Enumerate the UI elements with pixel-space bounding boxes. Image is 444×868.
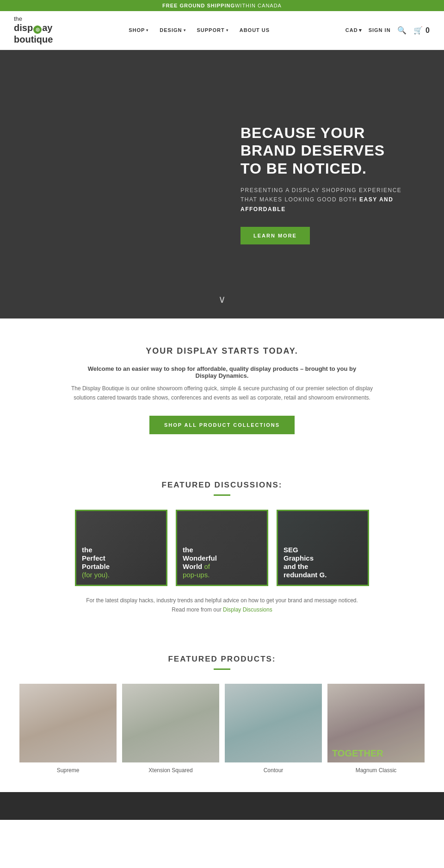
product-name-2: Xtension Squared xyxy=(122,767,219,774)
shop-all-button[interactable]: SHOP ALL PRODUCT COLLECTIONS xyxy=(149,416,295,434)
top-banner: FREE GROUND SHIPPINGWITHIN CANADA xyxy=(0,0,444,11)
display-intro-text: The Display Boutique is our online showr… xyxy=(65,384,379,403)
nav-about-label: ABOUT US xyxy=(240,27,270,33)
discussions-link-area: Read more from our Display Discussions xyxy=(18,606,426,613)
banner-text-normal: WITHIN CANADA xyxy=(235,3,282,8)
display-heading: YOUR DISPLAY STARTS TODAY. xyxy=(18,346,426,356)
card-3-bold-g: G. xyxy=(320,571,327,579)
product-img-4: TOGETHER xyxy=(327,684,425,762)
nav-shop[interactable]: SHOP ▾ xyxy=(129,27,148,33)
banner-text-bold: FREE GROUND SHIPPING xyxy=(162,3,235,8)
discussions-section: FEATURED DISCUSSIONS: the PerfectPortabl… xyxy=(0,457,444,631)
currency-selector[interactable]: CAD ▾ xyxy=(345,27,362,33)
nav-design-arrow: ▾ xyxy=(184,28,186,32)
discussions-link[interactable]: Display Discussions xyxy=(223,606,272,613)
nav-design[interactable]: DESIGN ▾ xyxy=(160,27,185,33)
product-img-2 xyxy=(122,684,219,762)
discussions-grid: the PerfectPortable (for you). the Wonde… xyxy=(18,510,426,586)
card-1-accent: (for you). xyxy=(82,571,110,579)
main-nav: SHOP ▾ DESIGN ▾ SUPPORT ▾ ABOUT US xyxy=(129,27,270,33)
hero-content: BECAUSE YOUR BRAND DESERVES TO BE NOTICE… xyxy=(240,124,407,244)
search-button[interactable]: 🔍 xyxy=(397,26,407,35)
product-name-1: Supreme xyxy=(19,767,117,774)
products-heading: FEATURED PRODUCTS: xyxy=(14,655,430,664)
product-card-3[interactable]: Contour xyxy=(225,684,322,774)
nav-support[interactable]: SUPPORT ▾ xyxy=(197,27,228,33)
discussion-card-1[interactable]: the PerfectPortable (for you). xyxy=(75,510,167,586)
card-3-line3: redundant G. xyxy=(284,571,327,579)
card-1-text: the PerfectPortable (for you). xyxy=(82,546,110,579)
logo-display: disp◎ay xyxy=(14,23,52,33)
currency-arrow: ▾ xyxy=(359,27,362,33)
card-2-accent: pop-ups. xyxy=(183,571,210,579)
discussions-divider xyxy=(214,494,230,496)
logo-boutique: boutique xyxy=(14,34,53,44)
discussion-card-3[interactable]: SEGGraphics and the redundant G. xyxy=(277,510,369,586)
products-divider xyxy=(214,668,230,670)
product-img-1 xyxy=(19,684,117,762)
product-card-4[interactable]: TOGETHER Magnum Classic xyxy=(327,684,425,774)
logo-the: the xyxy=(14,16,53,22)
logo[interactable]: the disp◎ay boutique xyxy=(14,16,53,45)
footer xyxy=(0,792,444,820)
nav-support-label: SUPPORT xyxy=(197,27,225,33)
logo-icon: ◎ xyxy=(33,25,42,34)
sign-in-button[interactable]: SIGN IN xyxy=(369,27,391,33)
card-2-accent-of: of xyxy=(204,562,210,570)
nav-shop-label: SHOP xyxy=(129,27,145,33)
card-3-text: SEGGraphics and the redundant G. xyxy=(284,546,327,579)
header-right: CAD ▾ SIGN IN 🔍 🛒 0 xyxy=(345,26,430,35)
product-card-2[interactable]: Xtension Squared xyxy=(122,684,219,774)
hero-subtitle: PRESENTING A DISPLAY SHOPPING EXPERIENCE… xyxy=(240,186,407,214)
discussions-link-prefix: Read more from our xyxy=(172,606,223,613)
products-section: FEATURED PRODUCTS: Supreme Xtension Squa… xyxy=(0,631,444,792)
product-name-4: Magnum Classic xyxy=(327,767,425,774)
cart-count: 0 xyxy=(426,26,430,34)
card-1-line1: the xyxy=(82,546,92,554)
nav-design-label: DESIGN xyxy=(160,27,182,33)
nav-shop-arrow: ▾ xyxy=(146,28,148,32)
logo-text: the disp◎ay boutique xyxy=(14,16,53,45)
hero-cta-button[interactable]: LEARN MORE xyxy=(240,227,310,244)
discussions-note: For the latest display hacks, industry t… xyxy=(18,597,426,604)
hero-section: BECAUSE YOUR BRAND DESERVES TO BE NOTICE… xyxy=(0,50,444,318)
hero-title: BECAUSE YOUR BRAND DESERVES TO BE NOTICE… xyxy=(240,124,407,177)
card-1-line2: PerfectPortable xyxy=(82,554,110,570)
discussions-heading: FEATURED DISCUSSIONS: xyxy=(18,481,426,490)
currency-label: CAD xyxy=(345,27,358,33)
cart-button[interactable]: 🛒 0 xyxy=(413,26,430,35)
card-2-line1: the xyxy=(183,546,193,554)
display-section: YOUR DISPLAY STARTS TODAY. Welcome to an… xyxy=(0,318,444,457)
hero-chevron[interactable]: ∨ xyxy=(218,293,226,306)
nav-about[interactable]: ABOUT US xyxy=(240,27,270,33)
card-3-line1: SEGGraphics xyxy=(284,546,314,562)
card-2-line2: WonderfulWorld xyxy=(183,554,217,570)
display-intro-bold: Welcome to an easier way to shop for aff… xyxy=(83,365,361,379)
discussion-card-2[interactable]: the WonderfulWorld of pop-ups. xyxy=(176,510,268,586)
card-2-text: the WonderfulWorld of pop-ups. xyxy=(183,546,217,579)
product-4-overlay-text: TOGETHER xyxy=(332,749,383,758)
products-grid: Supreme Xtension Squared Contour TOGETHE… xyxy=(14,684,430,774)
product-card-1[interactable]: Supreme xyxy=(19,684,117,774)
card-3-line2: and the xyxy=(284,562,308,570)
product-name-3: Contour xyxy=(225,767,322,774)
header: the disp◎ay boutique SHOP ▾ DESIGN ▾ SUP… xyxy=(0,11,444,50)
product-img-3 xyxy=(225,684,322,762)
nav-support-arrow: ▾ xyxy=(226,28,228,32)
sign-in-label: SIGN IN xyxy=(369,27,391,33)
